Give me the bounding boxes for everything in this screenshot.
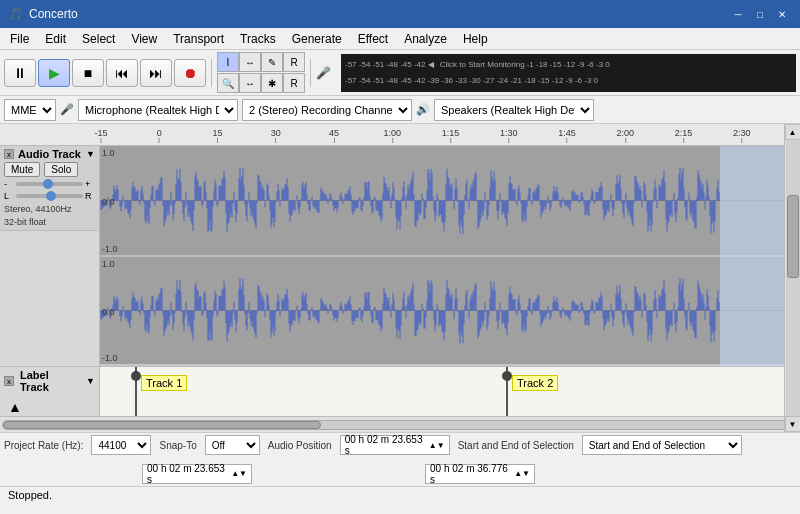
gain-minus-label: - (4, 179, 14, 189)
mute-button[interactable]: Mute (4, 162, 40, 177)
rewind-button[interactable]: ⏮ (106, 59, 138, 87)
app-icon: 🎵 (8, 7, 23, 21)
horizontal-scrollbar[interactable] (0, 416, 800, 432)
menu-item-file[interactable]: File (2, 30, 37, 48)
multi-tool[interactable]: ✱ (261, 73, 283, 93)
label-pin-head-1 (502, 371, 512, 381)
menu-item-tracks[interactable]: Tracks (232, 30, 284, 48)
label-track-arrow: ▲ (0, 399, 99, 415)
pause-button[interactable]: ⏸ (4, 59, 36, 87)
track-dropdown-icon[interactable]: ▼ (86, 149, 95, 159)
titlebar: 🎵 Concerto ─ □ ✕ (0, 0, 800, 28)
play-button[interactable]: ▶ (38, 59, 70, 87)
maximize-button[interactable]: □ (750, 6, 770, 22)
hscroll-thumb[interactable] (3, 421, 321, 429)
vscroll-track[interactable] (786, 140, 800, 416)
window-controls: ─ □ ✕ (728, 6, 792, 22)
selection-type-select[interactable]: Start and End of Selection (582, 435, 742, 455)
tools-row-1: I ↔ ✎ R (217, 52, 305, 72)
menu-item-view[interactable]: View (123, 30, 165, 48)
ruler-inner: -1501530451:001:151:301:452:002:152:302:… (101, 124, 800, 143)
ruler-tick-3: 30 (271, 128, 281, 143)
zoom-in-tool[interactable]: 🔍 (217, 73, 239, 93)
footer-controls: Project Rate (Hz): 44100 Snap-To Off Aud… (0, 432, 800, 486)
label-dropdown-icon[interactable]: ▼ (86, 376, 95, 386)
sel-start-value: 00 h 02 m 23.653 s (147, 463, 231, 485)
ffwd-button[interactable]: ⏭ (140, 59, 172, 87)
ruler-tick-1: 0 (157, 128, 162, 143)
vscroll-down-button[interactable]: ▼ (785, 416, 801, 432)
select-tool[interactable]: I (217, 52, 239, 72)
menu-item-analyze[interactable]: Analyze (396, 30, 455, 48)
timeline-ruler: -1501530451:001:151:301:452:002:152:302:… (0, 124, 800, 146)
waveform-area[interactable] (100, 146, 800, 366)
audio-track-area: x Audio Track ▼ Mute Solo - + L (0, 146, 800, 366)
pan-slider[interactable] (16, 194, 83, 198)
envelope-tool[interactable]: ↔ (239, 52, 261, 72)
vertical-scrollbar[interactable]: ▲ ▼ (784, 124, 800, 432)
pan-r-label: R (85, 191, 95, 201)
mic-select[interactable]: Microphone (Realtek High Defini (78, 99, 238, 121)
track-mute-solo: Mute Solo (4, 162, 95, 177)
audio-pos-arrows[interactable]: ▲▼ (429, 441, 445, 450)
vu-meter: -57 -54 -51 -48 -45 -42 ◀ Click to Start… (341, 54, 796, 92)
menu-item-select[interactable]: Select (74, 30, 123, 48)
audio-position-display[interactable]: 00 h 02 m 23.653 s ▲▼ (340, 435, 450, 455)
label-text-0: Track 1 (141, 375, 187, 391)
vu-click-label[interactable]: Click to Start Monitoring (440, 60, 525, 69)
minimize-button[interactable]: ─ (728, 6, 748, 22)
vu-row-2: -57 -54 -51 -48 -45 -42 -39 -36 -33 -30 … (345, 73, 792, 89)
menu-item-edit[interactable]: Edit (37, 30, 74, 48)
spk-select[interactable]: Speakers (Realtek High Definiti (434, 99, 594, 121)
r-tool[interactable]: R (283, 73, 305, 93)
solo-button[interactable]: Solo (44, 162, 78, 177)
record-button[interactable]: ⏺ (174, 59, 206, 87)
channels-select[interactable]: 2 (Stereo) Recording Channels (242, 99, 412, 121)
sel-end-display[interactable]: 00 h 02 m 36.776 s ▲▼ (425, 464, 535, 484)
label-track-header: x Label Track ▼ (0, 367, 99, 395)
vscroll-up-button[interactable]: ▲ (785, 124, 801, 140)
label-text-1: Track 2 (512, 375, 558, 391)
menu-item-help[interactable]: Help (455, 30, 496, 48)
time-shift-tool[interactable]: ↔ (239, 73, 261, 93)
stop-button[interactable]: ■ (72, 59, 104, 87)
ruler-tick-4: 45 (329, 128, 339, 143)
track-format-info: Stereo, 44100Hz32-bit float (4, 203, 95, 228)
tools-group: I ↔ ✎ R 🔍 ↔ ✱ R (217, 52, 305, 93)
sel-end-arrows[interactable]: ▲▼ (514, 469, 530, 478)
close-button[interactable]: ✕ (772, 6, 792, 22)
pan-knob[interactable] (46, 191, 56, 201)
sel-start-arrows[interactable]: ▲▼ (231, 469, 247, 478)
footer-row-2: 00 h 02 m 23.653 s ▲▼ 00 h 02 m 36.776 s… (4, 464, 796, 484)
audio-track-header: x Audio Track ▼ Mute Solo - + L (0, 146, 99, 231)
menu-item-effect[interactable]: Effect (350, 30, 396, 48)
label-track-close[interactable]: x (4, 376, 14, 386)
vscroll-thumb[interactable] (787, 195, 799, 278)
gain-row: - + (4, 179, 95, 189)
menu-item-transport[interactable]: Transport (165, 30, 232, 48)
mic-icon[interactable]: 🎤 (316, 66, 331, 80)
collapse-arrow-icon[interactable]: ▲ (8, 399, 22, 415)
ruler-tick-9: 2:00 (616, 128, 634, 143)
snap-to-select[interactable]: Off (205, 435, 260, 455)
gain-slider[interactable] (16, 182, 83, 186)
label-track-area: x Label Track ▼ ▲ Track 1Track 2 (0, 366, 800, 416)
audio-pos-label: Audio Position (268, 440, 332, 451)
mic-device-icon: 🎤 (60, 103, 74, 116)
gain-knob[interactable] (43, 179, 53, 189)
hscroll-track[interactable] (2, 420, 798, 430)
content-area: -1501530451:001:151:301:452:002:152:302:… (0, 124, 800, 432)
toolbar-sep-1 (211, 59, 212, 87)
zoom-tool[interactable]: R (283, 52, 305, 72)
project-rate-select[interactable]: 44100 (91, 435, 151, 455)
label-track-info: x Label Track ▼ ▲ (0, 367, 100, 416)
sel-end-value: 00 h 02 m 36.776 s (430, 463, 514, 485)
menu-item-generate[interactable]: Generate (284, 30, 350, 48)
sel-start-display[interactable]: 00 h 02 m 23.653 s ▲▼ (142, 464, 252, 484)
track-close-button[interactable]: x (4, 149, 14, 159)
audio-pos-value: 00 h 02 m 23.653 s (345, 434, 429, 456)
label-track-content[interactable]: Track 1Track 2 (100, 367, 800, 416)
vu-scale-3: -57 -54 -51 -48 -45 -42 -39 -36 -33 -30 … (345, 76, 598, 85)
draw-tool[interactable]: ✎ (261, 52, 283, 72)
host-select[interactable]: MME (4, 99, 56, 121)
